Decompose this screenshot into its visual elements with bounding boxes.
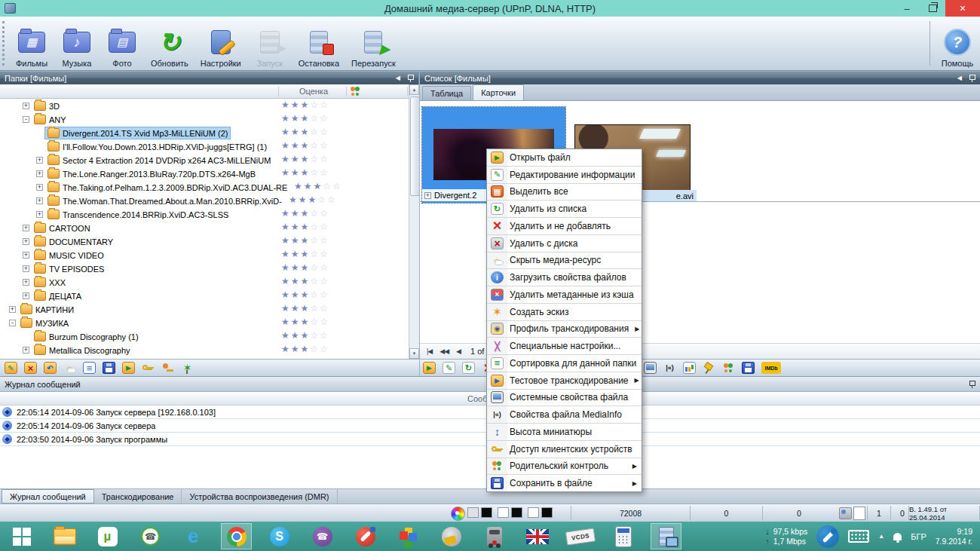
bottom-tab[interactable]: Транскодирование	[94, 489, 182, 504]
taskbar-app-ie[interactable]	[172, 522, 215, 551]
toolbar-button-music-folder[interactable]: Музыка	[54, 17, 100, 70]
rating-stars[interactable]: ★★★☆☆	[281, 289, 329, 300]
rating-stars[interactable]: ★★★☆☆	[281, 330, 329, 341]
collapse-left-icon[interactable]: ◀	[957, 75, 962, 81]
tree-toggle-expand[interactable]: +	[23, 279, 29, 286]
taskbar-app-start[interactable]	[0, 522, 43, 551]
save-to-file-icon[interactable]	[742, 362, 755, 374]
taskbar-app-ccleaner[interactable]	[344, 522, 387, 551]
tree-toggle-expand[interactable]: +	[36, 170, 43, 177]
rating-stars[interactable]: ★★★☆☆	[281, 276, 329, 286]
rating-stars[interactable]: ★★★☆☆	[294, 181, 342, 191]
fast-back-button[interactable]	[439, 347, 449, 355]
minimize-button[interactable]: –	[894, 0, 920, 17]
user-key-icon[interactable]	[161, 362, 174, 374]
tree-toggle-expand[interactable]: +	[23, 265, 29, 272]
tab-таблица[interactable]: Таблица	[422, 86, 471, 100]
tree-item[interactable]: +MUSIC VIDEO★★★☆☆	[0, 248, 409, 262]
rating-stars[interactable]: ★★★☆☆	[281, 127, 329, 137]
tree-toggle-collapse[interactable]: -	[9, 320, 16, 326]
menu-item-create-thumbnail[interactable]: Создать эскиз	[487, 304, 642, 321]
menu-item-hide-media[interactable]: Скрыть медиа-ресурс	[487, 253, 642, 270]
mediainfo-icon[interactable]	[663, 362, 676, 374]
tree-item[interactable]: +XXX★★★☆☆	[0, 275, 409, 289]
menu-item-delete-metadata[interactable]: Удалить метаданные из кэша	[487, 286, 642, 304]
tree-item[interactable]: +Transcendence.2014.BRRip.XviD.AC3-SLSS★…	[0, 207, 409, 221]
taskbar-app-chrome[interactable]	[215, 522, 258, 551]
rating-stars[interactable]: ★★★☆☆	[281, 262, 329, 273]
rating-stars[interactable]: ★★★☆☆	[289, 194, 337, 205]
tree-toggle-expand[interactable]: +	[23, 103, 29, 109]
menu-item-save-to-file[interactable]: Сохранить в файле▶	[487, 475, 642, 491]
rating-stars[interactable]: ★★★☆☆	[281, 154, 329, 164]
refresh-list-icon[interactable]	[462, 362, 475, 374]
taskbar-app-utorrent[interactable]	[86, 522, 129, 551]
rating-stars[interactable]: ★★★☆☆	[281, 222, 329, 232]
taskbar-app-defrag[interactable]	[430, 522, 473, 551]
tree-item[interactable]: +The.Woman.That.Dreamed.About.a.Man.2010…	[0, 194, 409, 207]
bottom-tab[interactable]: Журнал сообщений	[2, 489, 94, 504]
tree-item[interactable]: -МУЗИКА★★★☆☆	[0, 316, 409, 329]
tree-item[interactable]: +DOCUMENTARY★★★☆☆	[0, 234, 409, 248]
taskbar-app-viber[interactable]	[301, 522, 344, 551]
rating-stars[interactable]: ★★★☆☆	[281, 235, 329, 246]
edit-info-icon[interactable]	[443, 362, 455, 374]
tab-карточки[interactable]: Карточки	[473, 84, 524, 100]
tree-item[interactable]: +TV EPISODES★★★☆☆	[0, 262, 409, 275]
rating-stars[interactable]: ★★★☆☆	[281, 208, 329, 219]
rating-stars[interactable]: ★★★☆☆	[281, 99, 329, 110]
open-file-icon[interactable]	[423, 362, 436, 374]
tree-item[interactable]: I'll.Follow.You.Down.2013.HDRip.XViD-jug…	[0, 139, 409, 153]
tree-item[interactable]: +Sector 4 Extraction 2014 DVDRip x264 AC…	[0, 153, 409, 167]
tree-item[interactable]: +ДЕЦАТА★★★☆☆	[0, 289, 409, 302]
menu-item-test-transcode[interactable]: Тестовое транскодирование▶	[487, 372, 642, 390]
tree-toggle-expand[interactable]: +	[23, 252, 29, 259]
tree-scrollbar[interactable]: ▲ ▼	[409, 84, 419, 359]
clock[interactable]: 9:19 7.9.2014 г.	[936, 527, 972, 546]
list-icon[interactable]	[83, 362, 96, 374]
tree-toggle-collapse[interactable]: -	[23, 116, 29, 123]
menu-item-delete-from-disk[interactable]: Удалить с диска	[487, 235, 642, 253]
language-indicator[interactable]: БГР	[911, 532, 926, 541]
imdb-icon[interactable]: IMDb	[761, 362, 781, 374]
first-page-button[interactable]	[427, 347, 432, 355]
scrollbar-thumb[interactable]	[410, 96, 420, 196]
menu-item-remove-from-list[interactable]: Удалить из списка	[487, 201, 642, 218]
tree-item[interactable]: +3D★★★☆☆	[0, 99, 409, 112]
tree-item[interactable]: +КАРТИНИ★★★☆☆	[0, 302, 409, 316]
notifications-bell-icon[interactable]	[893, 533, 902, 540]
tree-toggle-expand[interactable]: +	[23, 347, 29, 354]
pin-icon[interactable]	[969, 74, 975, 82]
rating-stars[interactable]: ★★★☆☆	[281, 344, 329, 354]
menu-item-delete-exclude[interactable]: Удалить и не добавлять	[487, 218, 642, 235]
tree-toggle-expand[interactable]: +	[23, 292, 29, 299]
parental-control-icon[interactable]	[349, 85, 362, 97]
rating-stars[interactable]: ★★★☆☆	[281, 113, 329, 124]
tree-item[interactable]: +CARTOON★★★☆☆	[0, 221, 409, 234]
taskbar-app-explorer[interactable]	[43, 522, 86, 551]
tree-item[interactable]: Burzum Discography (1)★★★☆☆	[0, 329, 409, 343]
toolbar-button-refresh[interactable]: Обновить	[145, 17, 194, 70]
taskbar-app-uk-flag[interactable]	[516, 522, 559, 551]
palm-icon[interactable]	[181, 362, 194, 374]
rating-stars[interactable]: ★★★☆☆	[281, 317, 329, 327]
restore-button[interactable]	[920, 0, 945, 17]
restore-folder-icon[interactable]	[44, 362, 57, 374]
pin-icon[interactable]	[407, 74, 414, 82]
menu-item-client-access[interactable]: Доступ клиентских устройств	[487, 441, 642, 458]
menu-item-edit-info[interactable]: Редактирование информации	[487, 167, 642, 184]
support-tool-icon[interactable]	[816, 525, 839, 548]
tree-toggle-expand[interactable]: +	[36, 157, 43, 164]
tree-item[interactable]: -ANY★★★☆☆	[0, 112, 409, 126]
rating-stars[interactable]: ★★★☆☆	[281, 303, 329, 314]
tree-item[interactable]: +The.Lone.Ranger.2013.BluRay.720p.DTS.x2…	[0, 167, 409, 180]
pin-yellow-icon[interactable]	[703, 362, 715, 374]
collapse-left-icon[interactable]: ◀	[396, 75, 400, 81]
menu-item-select-all[interactable]: Выделить все	[487, 184, 642, 201]
network-speed-indicator[interactable]: ↓97,5 kbps ↑1,7 Mbps	[766, 527, 808, 546]
taskbar-app-hms[interactable]	[645, 522, 688, 551]
tree-toggle-expand[interactable]: +	[36, 197, 43, 204]
weather-icon[interactable]	[63, 362, 76, 374]
taskbar-app-cubes[interactable]	[387, 522, 430, 551]
tree-item[interactable]: Divergent.2014.TS Xvid Mp3-MiLLENiUM (2)…	[0, 126, 409, 139]
